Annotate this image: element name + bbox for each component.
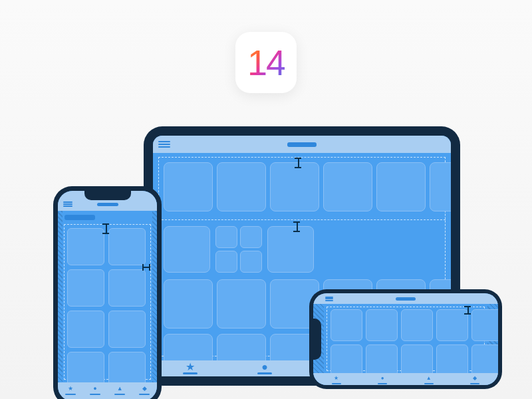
section-guide (158, 219, 446, 220)
content-tile[interactable] (67, 311, 104, 348)
content-tile[interactable] (323, 162, 372, 211)
content-tile[interactable] (217, 334, 266, 360)
ios-version-number: 14 (247, 42, 285, 83)
content-tile[interactable] (164, 162, 213, 211)
tab-item[interactable]: ● (90, 384, 100, 395)
tile-row (331, 344, 498, 373)
constraint-indicator (298, 158, 299, 168)
tile-row (164, 334, 319, 360)
menu-icon[interactable] (63, 201, 72, 207)
content-tile[interactable] (67, 228, 104, 265)
content-tile[interactable] (376, 162, 426, 211)
tile-group (215, 226, 262, 273)
content-tile[interactable] (217, 279, 266, 329)
iphone-landscape-screen: ★ ● ▲ ◆ (313, 293, 498, 385)
circle-icon: ● (261, 363, 269, 371)
content-tile-small[interactable] (215, 226, 237, 248)
content-tile[interactable] (164, 226, 210, 273)
large-title-placeholder (65, 215, 95, 220)
ipad-nav-bar (153, 136, 451, 153)
iphone-landscape-mockup: ★ ● ▲ ◆ (309, 289, 502, 389)
tile-row (67, 352, 146, 382)
menu-icon[interactable] (325, 297, 333, 301)
iphone-landscape-content (313, 304, 498, 373)
content-tile-small[interactable] (215, 251, 237, 273)
menu-icon[interactable] (158, 141, 170, 148)
content-tile-small[interactable] (240, 226, 262, 248)
star-icon: ★ (186, 363, 194, 371)
constraint-indicator (297, 222, 298, 231)
notch (313, 319, 321, 360)
content-tile[interactable] (108, 311, 146, 348)
content-tile[interactable] (401, 309, 433, 341)
tab-item[interactable]: ★ (332, 374, 341, 384)
iphone-tab-bar: ★ ● ▲ ◆ (313, 373, 498, 385)
diamond-icon: ◆ (140, 384, 148, 392)
triangle-icon: ▲ (425, 374, 433, 382)
content-tile[interactable] (401, 344, 433, 373)
iphone-tab-bar: ★ ● ▲ ◆ (58, 382, 157, 399)
circle-icon: ● (378, 374, 386, 382)
iphone-portrait-mockup: ★ ● ▲ ◆ (53, 186, 162, 399)
star-icon: ★ (332, 374, 340, 382)
content-tile[interactable] (471, 344, 498, 373)
content-tile[interactable] (436, 344, 468, 373)
content-tile[interactable] (471, 309, 498, 341)
tab-item[interactable]: ● (378, 374, 387, 384)
tile-row (331, 309, 498, 341)
content-tile[interactable] (108, 352, 146, 382)
diamond-icon: ◆ (471, 374, 479, 382)
content-tile[interactable] (270, 162, 319, 211)
ios14-app-icon: 14 (235, 32, 297, 93)
content-tile[interactable] (436, 309, 468, 341)
nav-title-placeholder (97, 203, 118, 206)
content-tile[interactable] (366, 344, 398, 373)
content-tile[interactable] (67, 269, 104, 307)
tile-row (164, 226, 314, 273)
tab-item[interactable]: ▲ (424, 374, 434, 384)
content-tile-small[interactable] (240, 251, 262, 273)
content-tile[interactable] (430, 162, 451, 211)
content-tile[interactable] (267, 226, 314, 273)
notch (84, 191, 131, 200)
iphone-portrait-screen: ★ ● ▲ ◆ (58, 191, 157, 399)
tab-item[interactable]: ★ (183, 363, 198, 374)
content-tile[interactable] (331, 309, 362, 341)
circle-icon: ● (91, 384, 99, 392)
content-tile[interactable] (217, 162, 266, 211)
content-tile[interactable] (108, 269, 146, 307)
nav-title-placeholder (396, 297, 416, 301)
triangle-icon: ▲ (116, 384, 124, 392)
content-tile[interactable] (366, 309, 398, 341)
iphone-nav-bar (313, 293, 498, 304)
content-tile[interactable] (331, 344, 362, 373)
nav-title-placeholder (287, 142, 317, 147)
content-tile[interactable] (108, 228, 146, 265)
tab-item[interactable]: ● (257, 363, 272, 374)
tab-item[interactable]: ◆ (470, 374, 479, 384)
tile-row (164, 162, 451, 211)
tile-row (67, 311, 146, 348)
tab-item[interactable]: ★ (65, 384, 76, 395)
tab-item[interactable]: ◆ (139, 384, 150, 395)
content-tile[interactable] (164, 279, 213, 329)
iphone-content-area (58, 211, 157, 382)
tab-item[interactable]: ▲ (114, 384, 125, 395)
constraint-indicator (106, 224, 107, 233)
content-tile[interactable] (164, 334, 213, 360)
content-tile[interactable] (67, 352, 104, 382)
tile-row (67, 269, 146, 307)
star-icon: ★ (66, 384, 74, 392)
